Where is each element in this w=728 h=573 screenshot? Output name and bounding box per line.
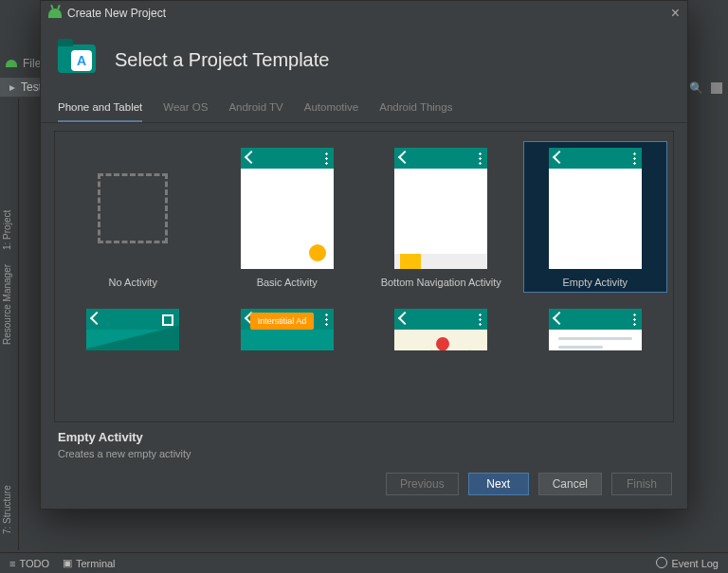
dialog-title: Create New Project [67,7,166,20]
ide-statusbar: ≡ TODO ▣ Terminal Event Log [0,552,728,573]
finish-button: Finish [611,473,672,495]
android-logo-icon [48,9,62,18]
todo-icon: ≡ [9,558,15,569]
template-fullscreen-activity[interactable]: Fullscreen Activity [61,302,206,353]
template-details: Empty Activity Creates a new empty activ… [41,422,687,463]
template-no-activity[interactable]: No Activity [61,141,206,293]
status-todo[interactable]: TODO [19,558,49,569]
template-label: No Activity [109,277,157,290]
tab-phone-tablet[interactable]: Phone and Tablet [58,101,142,122]
template-thumb [549,309,642,350]
template-bottom-nav-activity[interactable]: Bottom Navigation Activity [369,141,514,293]
tab-android-things[interactable]: Android Things [379,101,452,122]
tab-automotive[interactable]: Automotive [304,101,359,122]
dialog-header: A Select a Project Template [41,26,687,101]
account-icon[interactable] [711,82,722,94]
template-thumb [86,148,179,269]
template-label: Bottom Navigation Activity [381,277,501,290]
template-master-detail[interactable]: Master/Detail Flow [523,302,668,353]
ide-toolbar-right: 🔍 [689,78,722,98]
search-icon[interactable]: 🔍 [689,81,703,95]
sidebar-project[interactable]: 1: Project [2,210,12,250]
menubar-file[interactable]: File [23,57,41,70]
dialog-titlebar[interactable]: Create New Project × [41,1,687,26]
template-empty-activity[interactable]: Empty Activity [523,141,668,293]
status-eventlog[interactable]: Event Log [656,557,719,569]
wizard-buttons: Previous Next Cancel Finish [41,463,687,509]
template-label: Empty Activity [563,277,628,290]
selected-template-desc: Creates a new empty activity [58,448,670,459]
template-thumb: Interstitial Ad [241,309,334,350]
android-logo-icon [6,60,17,67]
create-project-dialog: Create New Project × A Select a Project … [40,0,688,510]
template-gallery[interactable]: No Activity Basic Activity Bottom Naviga… [54,131,674,422]
selected-template-title: Empty Activity [58,430,670,444]
sidebar-structure[interactable]: 7: Structure [2,485,12,534]
close-icon[interactable]: × [671,5,680,22]
template-thumb [394,309,487,350]
template-category-tabs: Phone and Tablet Wear OS Android TV Auto… [41,101,687,123]
template-label: Basic Activity [257,277,318,290]
previous-button: Previous [386,473,459,495]
template-thumb [394,148,487,269]
status-terminal[interactable]: Terminal [76,558,116,569]
next-button[interactable]: Next [468,473,529,495]
template-thumb [241,148,334,269]
template-admob-activity[interactable]: Interstitial Ad Google AdMob Ads Activit… [215,302,360,353]
template-thumb [549,148,642,269]
dialog-heading: Select a Project Template [115,49,329,71]
tab-icon: ▸ [9,81,15,94]
sidebar-resource-manager[interactable]: Resource Manager [2,264,12,345]
studio-folder-icon: A [58,39,100,81]
terminal-icon: ▣ [63,557,72,569]
tab-wear-os[interactable]: Wear OS [163,101,208,122]
ide-left-sidebar: 1: Project Resource Manager 7: Structure… [0,98,19,550]
tab-android-tv[interactable]: Android TV [228,101,282,122]
cancel-button[interactable]: Cancel [538,473,602,495]
template-basic-activity[interactable]: Basic Activity [215,141,360,293]
editor-tab-label: Test [21,81,42,94]
template-thumb [86,309,179,350]
template-maps-activity[interactable]: Google Maps Activity [369,302,514,353]
